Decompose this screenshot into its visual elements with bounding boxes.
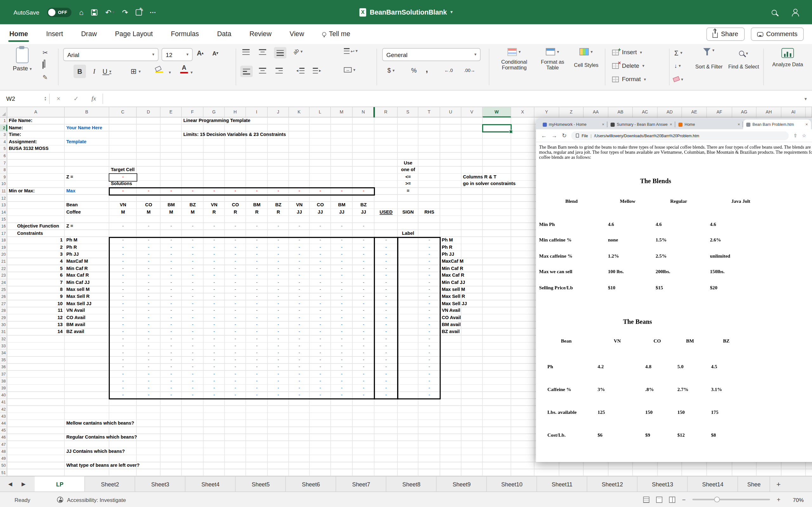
cell-T34[interactable]: -: [418, 349, 440, 356]
cell-N23[interactable]: -: [353, 272, 374, 279]
cell-B23[interactable]: Max Caf R: [65, 272, 109, 279]
column-header-A[interactable]: A: [7, 107, 65, 118]
cell-G25[interactable]: -: [204, 286, 225, 293]
cell-I13[interactable]: BM: [246, 202, 268, 209]
cell-B31[interactable]: BZ avail: [65, 329, 109, 336]
ribbon-tab-home[interactable]: Home: [8, 25, 29, 43]
column-header-Y[interactable]: Y: [535, 107, 559, 118]
cell-B46[interactable]: Regular Contains which beans?: [65, 434, 109, 441]
cell-T18[interactable]: -: [418, 237, 440, 244]
cell-N20[interactable]: -: [353, 251, 374, 258]
cell-F36[interactable]: -: [182, 364, 204, 371]
cell-E24[interactable]: -: [160, 279, 182, 286]
cell-F37[interactable]: -: [182, 371, 204, 378]
close-tab-icon[interactable]: ×: [602, 122, 605, 127]
cell-K26[interactable]: -: [289, 293, 310, 300]
cell-J20[interactable]: -: [268, 251, 289, 258]
sheet-tab-sheet5[interactable]: Sheet5: [236, 476, 286, 492]
cell-J23[interactable]: -: [268, 272, 289, 279]
cell-K14[interactable]: JJ: [289, 209, 310, 216]
close-tab-icon[interactable]: ×: [738, 122, 740, 127]
column-header-AA[interactable]: AA: [583, 107, 608, 118]
shrink-font-button[interactable]: A▾: [212, 50, 218, 56]
cell-H26[interactable]: -: [225, 293, 246, 300]
cell-B48[interactable]: JJ Contains which beans?: [65, 448, 109, 455]
cell-D29[interactable]: -: [137, 314, 160, 321]
cell-H11[interactable]: -: [225, 188, 246, 195]
cell-C11[interactable]: -: [109, 188, 137, 195]
cell-C20[interactable]: -: [109, 251, 137, 258]
cell-K20[interactable]: -: [289, 251, 310, 258]
cell-L28[interactable]: -: [310, 307, 331, 314]
cell-U25[interactable]: Max sell M: [440, 286, 461, 293]
cell-N18[interactable]: -: [353, 237, 374, 244]
cell-N24[interactable]: -: [353, 279, 374, 286]
cell-H24[interactable]: -: [225, 279, 246, 286]
accessibility-status[interactable]: Accessibility: Investigate: [57, 497, 126, 503]
row-header-50[interactable]: 50: [0, 462, 7, 469]
cell-H33[interactable]: -: [225, 343, 246, 349]
cell-R18[interactable]: -: [374, 237, 397, 244]
ribbon-tab-data[interactable]: Data: [216, 25, 232, 43]
cell-H30[interactable]: -: [225, 322, 246, 329]
cell-E35[interactable]: -: [160, 357, 182, 364]
cell-G28[interactable]: -: [204, 307, 225, 314]
sheet-nav-prev-icon[interactable]: ◀: [8, 481, 12, 487]
cell-J24[interactable]: -: [268, 279, 289, 286]
cell-J19[interactable]: -: [268, 244, 289, 251]
cell-L13[interactable]: CO: [310, 202, 331, 209]
cell-L40[interactable]: -: [310, 392, 331, 399]
cell-I25[interactable]: -: [246, 286, 268, 293]
cell-J37[interactable]: -: [268, 371, 289, 378]
cell-D13[interactable]: CO: [137, 202, 160, 209]
cell-G35[interactable]: -: [204, 357, 225, 364]
cell-G14[interactable]: R: [204, 209, 225, 216]
cell-J27[interactable]: -: [268, 300, 289, 307]
cell-T33[interactable]: -: [418, 343, 440, 349]
cell-E16[interactable]: -: [160, 223, 182, 230]
cell-L31[interactable]: -: [310, 329, 331, 336]
cell-G27[interactable]: -: [204, 300, 225, 307]
cell-R31[interactable]: -: [374, 329, 397, 336]
decrease-decimal-button[interactable]: .00→: [464, 68, 475, 73]
cell-F29[interactable]: -: [182, 314, 204, 321]
borders-button[interactable]: ⊞ ▾: [131, 65, 141, 78]
column-header-AH[interactable]: AH: [757, 107, 781, 118]
cell-I34[interactable]: -: [246, 349, 268, 356]
cell-U31[interactable]: BZ avail: [440, 329, 461, 336]
sheet-tab-sheet2[interactable]: Sheet2: [85, 476, 135, 492]
column-header-F[interactable]: F: [182, 107, 204, 118]
cell-C16[interactable]: -: [109, 223, 137, 230]
cell-J28[interactable]: -: [268, 307, 289, 314]
cell-G20[interactable]: -: [204, 251, 225, 258]
insert-cells-button[interactable]: Insert▾: [612, 49, 642, 55]
cell-R39[interactable]: -: [374, 385, 397, 392]
cell-F33[interactable]: -: [182, 343, 204, 349]
cell-I38[interactable]: -: [246, 378, 268, 385]
cell-A19[interactable]: 2: [7, 244, 65, 251]
cell-I27[interactable]: -: [246, 300, 268, 307]
cell-I33[interactable]: -: [246, 343, 268, 349]
browser-tab-3[interactable]: Home×: [675, 119, 743, 129]
cell-C21[interactable]: -: [109, 258, 137, 265]
cell-N14[interactable]: JJ: [353, 209, 374, 216]
cell-K38[interactable]: -: [289, 378, 310, 385]
row-header-1[interactable]: 1: [0, 118, 7, 124]
comments-button[interactable]: Comments: [751, 27, 804, 41]
name-box-spinner[interactable]: ▴▾: [44, 96, 46, 101]
cell-T36[interactable]: -: [418, 364, 440, 371]
cell-C33[interactable]: -: [109, 343, 137, 349]
zoom-slider[interactable]: [693, 499, 770, 500]
cell-H34[interactable]: -: [225, 349, 246, 356]
column-header-S[interactable]: S: [398, 107, 418, 118]
cell-I21[interactable]: -: [246, 258, 268, 265]
merge-center-button[interactable]: ↔ ▾: [344, 67, 355, 73]
bookmark-star-icon[interactable]: ☆: [802, 133, 806, 138]
cell-C9[interactable]: -: [109, 174, 137, 181]
cell-B24[interactable]: Min Caf JJ: [65, 279, 109, 286]
cell-styles-button[interactable]: ▾ Cell Styles: [571, 48, 602, 68]
cell-D25[interactable]: -: [137, 286, 160, 293]
cell-E30[interactable]: -: [160, 322, 182, 329]
cell-T20[interactable]: -: [418, 251, 440, 258]
cell-K19[interactable]: -: [289, 244, 310, 251]
